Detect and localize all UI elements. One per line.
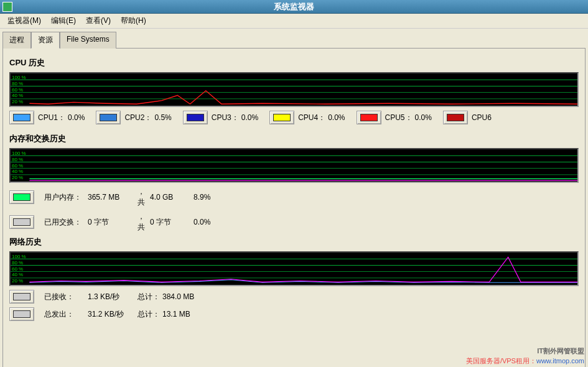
cpu5-value: 0.0% — [415, 113, 432, 122]
cpu4-label: CPU4： — [298, 113, 325, 123]
mem-swap-swatch[interactable] — [9, 215, 34, 229]
net-sent-val: 31.2 KB/秒 — [88, 309, 138, 320]
cpu2-swatch[interactable] — [96, 111, 121, 124]
cpu2-value: 0.5% — [154, 113, 171, 122]
cpu2-label: CPU2： — [124, 113, 152, 123]
cpu5-swatch[interactable] — [357, 111, 381, 124]
tab-filesystems[interactable]: File Systems — [60, 32, 116, 49]
cpu-history-title: CPU 历史 — [9, 57, 579, 68]
net-recv-total: 384.0 MB — [162, 292, 200, 301]
cpu1-value: 0.0% — [68, 113, 85, 122]
net-recv-row: 已接收： 1.3 KB/秒 总计： 384.0 MB — [9, 290, 579, 304]
mem-user-row: 用户内存： 365.7 MB ，共 4.0 GB 8.9% — [9, 187, 579, 208]
watermark-text: IT割外网管联盟 — [537, 346, 584, 356]
net-chart: 100 % 80 % 60 % 40 % 20 % — [9, 251, 579, 286]
net-sent-row: 总发出： 31.2 KB/秒 总计： 13.1 MB — [9, 307, 579, 321]
cpu1-swatch[interactable] — [9, 111, 34, 124]
cpu5-label: CPU5： — [385, 113, 413, 123]
cpu-y-labels: 100 % 80 % 60 % 40 % 20 % — [12, 73, 26, 106]
cpu6-label: CPU6 — [472, 113, 492, 122]
mem-swap-label: 已用交换： — [44, 217, 88, 228]
cpu4-value: 0.0% — [328, 113, 345, 122]
titlebar: 系统监视器 — [0, 0, 588, 14]
net-recv-swatch[interactable] — [9, 290, 34, 304]
net-recv-val: 1.3 KB/秒 — [88, 292, 138, 302]
watermark-footer: 美国服务器/VPS租用：www.itmop.com — [466, 356, 584, 366]
net-sent-swatch[interactable] — [9, 307, 34, 321]
mem-user-val: 365.7 MB — [88, 193, 138, 202]
cpu3-label: CPU3： — [212, 113, 239, 123]
cpu3-swatch[interactable] — [183, 111, 208, 124]
resources-panel: CPU 历史 100 % 80 % 60 % 40 % 20 % CPU1：0.… — [2, 48, 586, 367]
mem-y-labels: 100 % 80 % 60 % 40 % 20 % — [12, 149, 26, 182]
cpu-legend: CPU1：0.0%CPU2：0.5%CPU3：0.0%CPU4：0.0%CPU5… — [9, 111, 579, 124]
tab-processes[interactable]: 进程 — [2, 32, 31, 49]
mem-user-total: 4.0 GB — [150, 193, 187, 202]
net-history-title: 网络历史 — [9, 236, 579, 248]
cpu3-value: 0.0% — [241, 113, 258, 122]
net-sent-total: 13.1 MB — [162, 310, 200, 318]
cpu4-swatch[interactable] — [269, 111, 294, 124]
mem-chart: 100 % 80 % 60 % 40 % 20 % — [9, 148, 579, 183]
mem-user-label: 用户内存： — [44, 192, 88, 203]
mem-swap-total: 0 字节 — [150, 217, 187, 228]
net-y-labels: 100 % 80 % 60 % 40 % 20 % — [12, 253, 26, 285]
window-title: 系统监视器 — [274, 1, 314, 12]
cpu-chart: 100 % 80 % 60 % 40 % 20 % — [9, 72, 579, 107]
cpu6-swatch[interactable] — [443, 111, 468, 124]
menubar: 监视器(M) 编辑(E) 查看(V) 帮助(H) — [0, 14, 588, 29]
mem-user-pct: 8.9% — [194, 193, 210, 202]
net-sent-label: 总发出： — [44, 309, 88, 320]
tab-resources[interactable]: 资源 — [31, 32, 60, 49]
mem-swap-pct: 0.0% — [194, 218, 210, 226]
mem-history-title: 内存和交换历史 — [9, 133, 579, 144]
net-recv-label: 已接收： — [44, 292, 88, 302]
menu-view[interactable]: 查看(V) — [81, 14, 116, 27]
mem-swap-val: 0 字节 — [88, 217, 138, 228]
mem-swap-row: 已用交换： 0 字节 ，共 0 字节 0.0% — [9, 211, 579, 233]
menu-monitor[interactable]: 监视器(M) — [2, 14, 46, 27]
mem-user-swatch[interactable] — [9, 190, 34, 204]
cpu1-label: CPU1： — [38, 113, 65, 123]
menu-help[interactable]: 帮助(H) — [116, 14, 151, 27]
menu-edit[interactable]: 编辑(E) — [46, 14, 81, 27]
tabs: 进程 资源 File Systems — [0, 29, 588, 48]
app-icon — [2, 2, 12, 12]
